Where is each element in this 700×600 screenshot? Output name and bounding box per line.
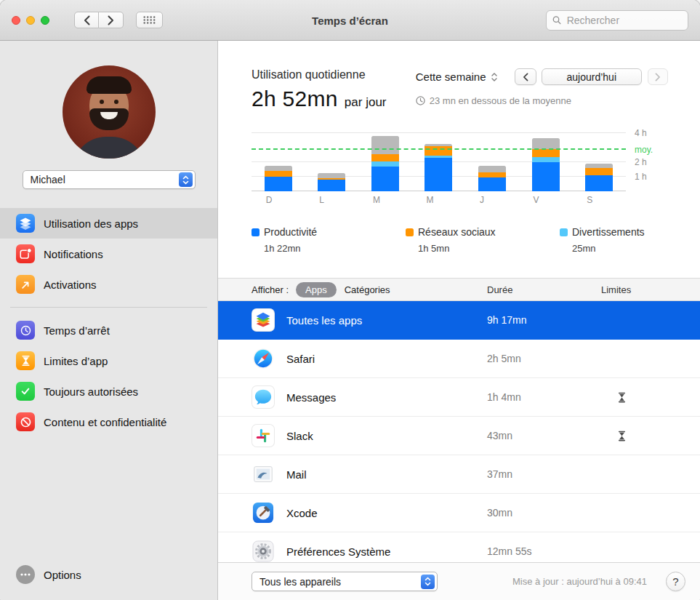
options-label: Options: [44, 569, 81, 581]
sidebar-divider: [10, 307, 207, 308]
sidebar-item-always-allowed[interactable]: Toujours autorisées: [0, 376, 217, 407]
screen-time-window: Temps d’écran Michael: [0, 0, 700, 600]
help-button[interactable]: ?: [666, 572, 685, 591]
back-button[interactable]: [74, 12, 99, 28]
previous-period-button[interactable]: [515, 68, 536, 85]
app-name: Mail: [286, 468, 307, 481]
filter-label: Afficher :: [252, 284, 289, 295]
sidebar-item-downtime[interactable]: Temps d’arrêt: [0, 315, 217, 345]
layers-icon: [16, 214, 35, 233]
minimize-button[interactable]: [26, 16, 35, 25]
sidebar-item-notifications[interactable]: Notifications: [0, 239, 217, 269]
usage-chart-bars: [252, 124, 626, 191]
hourglass-limit-icon: [611, 431, 632, 441]
legend-label: Divertissements: [572, 226, 645, 238]
period-dropdown-value: Cette semaine: [416, 71, 486, 83]
column-header-duration: Durée: [487, 284, 512, 295]
app-duration: 9h 17mn: [487, 314, 526, 326]
chevron-right-icon: [655, 73, 661, 81]
next-period-button[interactable]: [648, 68, 668, 85]
system-preferences-icon: [252, 540, 275, 562]
chevron-left-icon: [523, 73, 528, 81]
usage-chart-days: DLMMJVS: [252, 195, 626, 205]
sidebar-item-label: Notifications: [44, 248, 103, 260]
app-name: Préférences Système: [286, 545, 390, 558]
today-button[interactable]: aujourd’hui: [542, 68, 643, 85]
search-input[interactable]: [566, 14, 682, 27]
legend-swatch-icon: [252, 228, 260, 236]
legend-item-entertainment: Divertissements 25mn: [560, 226, 645, 254]
period-dropdown[interactable]: Cette semaine: [416, 71, 497, 83]
legend-value: 1h 22mn: [264, 243, 406, 254]
table-row-slack[interactable]: Slack 43mn: [218, 417, 700, 455]
column-header-limits: Limites: [601, 284, 631, 295]
sidebar-item-pickups[interactable]: Activations: [0, 269, 217, 300]
legend-value: 1h 5mn: [418, 243, 560, 254]
show-all-button[interactable]: [136, 12, 163, 28]
sidebar-item-label: Contenu et confidentialité: [44, 416, 166, 428]
no-entry-icon: [16, 412, 35, 431]
legend-value: 25mn: [572, 243, 645, 254]
sidebar-item-label: Temps d’arrêt: [44, 324, 110, 337]
table-row-all-apps[interactable]: Toutes les apps 9h 17mn: [218, 301, 700, 340]
zoom-button[interactable]: [41, 16, 49, 25]
device-dropdown-value: Tous les appareils: [260, 576, 341, 588]
hourglass-icon: [16, 351, 35, 370]
checkmark-icon: [16, 382, 35, 401]
mail-icon: [252, 463, 275, 486]
search-field[interactable]: [546, 10, 688, 31]
table-row-system-preferences[interactable]: Préférences Système 12mn 55s: [218, 532, 700, 562]
sidebar-item-label: Toujours autorisées: [44, 385, 138, 398]
history-nav: [74, 12, 124, 28]
traffic-lights: [12, 16, 49, 25]
app-duration: 12mn 55s: [487, 545, 531, 557]
usage-heading: Utilisation quotidienne: [252, 68, 387, 81]
search-icon: [552, 15, 561, 25]
table-row-messages[interactable]: Messages 1h 4mn: [218, 378, 700, 417]
average-delta-text: 23 mn en dessous de la moyenne: [430, 95, 571, 106]
table-row-safari[interactable]: Safari 2h 5mn: [218, 340, 700, 378]
dropdown-stepper-icon: [421, 575, 435, 589]
usage-panel: Utilisation quotidienne 2h 52mn par jour…: [218, 41, 700, 278]
grid-icon: [143, 16, 156, 24]
user-avatar: [63, 65, 156, 159]
legend-swatch-icon: [406, 228, 414, 236]
xcode-icon: [252, 501, 275, 524]
arrow-up-right-icon: [16, 275, 35, 294]
sidebar-item-content-privacy[interactable]: Contenu et confidentialité: [0, 407, 217, 437]
clock-small-icon: [416, 96, 425, 105]
segment-categories[interactable]: Catégories: [337, 284, 398, 295]
legend-label: Productivité: [264, 226, 317, 238]
chevron-right-icon: [108, 15, 114, 25]
window-title: Temps d’écran: [312, 14, 388, 26]
sidebar-item-app-usage[interactable]: Utilisation des apps: [0, 208, 217, 239]
dropdown-stepper-icon: [179, 172, 193, 187]
filter-bar: Afficher : Apps Catégories Durée Limites: [218, 278, 700, 301]
app-duration: 2h 5mn: [487, 353, 521, 364]
app-name: Messages: [286, 391, 336, 404]
ellipsis-circle-icon: [16, 565, 35, 584]
options-button[interactable]: Options: [16, 565, 81, 584]
segment-apps[interactable]: Apps: [296, 282, 337, 297]
close-button[interactable]: [12, 16, 20, 25]
table-row-xcode[interactable]: Xcode 30mn: [218, 494, 700, 532]
daily-average-suffix: par jour: [345, 95, 387, 110]
forward-button[interactable]: [99, 12, 124, 28]
usage-chart-plot: 4 h2 h1 hmoy.: [252, 124, 626, 191]
view-segmented-control: Apps Catégories: [296, 282, 398, 297]
app-usage-table: Toutes les apps 9h 17mn Safari 2h 5mn: [218, 301, 700, 562]
table-row-mail[interactable]: Mail 37mn: [218, 455, 700, 494]
app-duration: 37mn: [487, 468, 512, 480]
legend-label: Réseaux sociaux: [418, 226, 496, 238]
sidebar-item-label: Limites d’app: [44, 355, 108, 367]
main-content: Utilisation quotidienne 2h 52mn par jour…: [218, 41, 700, 600]
sidebar-item-app-limits[interactable]: Limites d’app: [0, 345, 217, 376]
messages-icon: [252, 385, 275, 409]
chart-legend: Productivité 1h 22mn Réseaux sociaux 1h …: [252, 226, 668, 254]
last-updated-text: Mise à jour : aujourd’hui à 09:41: [512, 576, 647, 587]
user-dropdown[interactable]: Michael: [23, 170, 196, 189]
device-dropdown[interactable]: Tous les appareils: [252, 572, 438, 591]
updown-chevrons-icon: [491, 73, 497, 81]
sidebar-item-label: Activations: [44, 279, 97, 291]
slack-icon: [252, 424, 275, 447]
